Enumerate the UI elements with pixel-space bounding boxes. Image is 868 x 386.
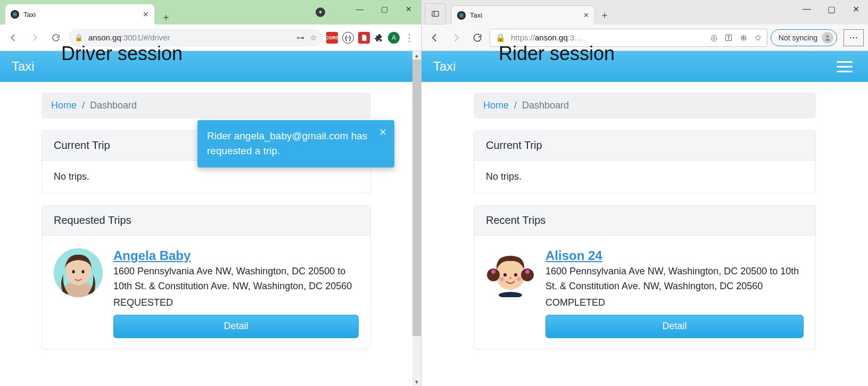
toast-notification: Rider angela_baby@gmail.com has requeste… bbox=[197, 120, 394, 167]
close-icon[interactable]: ✕ bbox=[583, 11, 589, 19]
sync-label: Not syncing bbox=[779, 33, 817, 42]
tab-title: Taxi bbox=[23, 11, 36, 19]
trip-item: Angela Baby 1600 Pennsylvania Ave NW, Wa… bbox=[54, 246, 359, 338]
new-tab-button[interactable]: ＋ bbox=[159, 10, 173, 24]
app-header: Taxi bbox=[421, 51, 868, 82]
lock-icon: 🔒 bbox=[495, 33, 506, 43]
svg-point-18 bbox=[499, 292, 522, 297]
app-brand[interactable]: Taxi bbox=[433, 59, 456, 74]
back-button[interactable] bbox=[426, 29, 444, 47]
key-icon[interactable]: ⊶ bbox=[296, 33, 304, 43]
extension-circle-icon[interactable]: {·} bbox=[342, 32, 354, 44]
edge-toolbar: 🔒 https://anson.gq:3… ◎ ⚿ ⊕ ✩ Not syncin… bbox=[421, 24, 868, 51]
close-icon[interactable]: ✕ bbox=[379, 125, 387, 139]
svg-point-24 bbox=[503, 273, 507, 276]
browser-tab[interactable]: Taxi ✕ bbox=[451, 5, 595, 24]
new-tab-button[interactable]: ＋ bbox=[595, 5, 614, 24]
card-title: Current Trip bbox=[474, 131, 815, 161]
breadcrumb-separator: / bbox=[82, 100, 85, 111]
breadcrumb-current: Dashboard bbox=[522, 100, 569, 111]
hamburger-icon[interactable] bbox=[833, 55, 856, 78]
requested-trips-card: Requested Trips bbox=[42, 205, 371, 349]
edge-tabstrip: Taxi ✕ ＋ — ▢ ✕ bbox=[421, 0, 868, 24]
window-maximize-button[interactable]: ▢ bbox=[372, 0, 396, 18]
profile-avatar bbox=[822, 32, 833, 44]
trip-address: 1600 Pennsylvania Ave NW, Washington, DC… bbox=[545, 264, 804, 294]
favorite-icon[interactable]: ✩ bbox=[755, 33, 762, 43]
window-minimize-button[interactable]: — bbox=[795, 0, 819, 18]
avatar bbox=[486, 248, 535, 297]
zoom-icon[interactable]: ⊕ bbox=[740, 33, 747, 43]
breadcrumb-home[interactable]: Home bbox=[51, 100, 77, 111]
breadcrumb-separator: / bbox=[514, 100, 517, 111]
trip-status: REQUESTED bbox=[113, 297, 359, 308]
location-icon[interactable]: ◎ bbox=[710, 33, 717, 43]
window-minimize-button[interactable]: — bbox=[348, 0, 372, 18]
detail-button[interactable]: Detail bbox=[113, 315, 359, 338]
reload-button[interactable] bbox=[468, 29, 486, 47]
profile-avatar[interactable]: A bbox=[388, 32, 400, 44]
svg-point-27 bbox=[517, 277, 521, 281]
sync-status[interactable]: Not syncing bbox=[771, 29, 837, 46]
extension-cors-icon[interactable]: CORS bbox=[326, 32, 338, 44]
scroll-up-icon[interactable]: ▲ bbox=[412, 51, 421, 60]
trip-address: 1600 Pennsylvania Ave NW, Washington, DC… bbox=[113, 264, 359, 294]
svg-point-19 bbox=[495, 260, 525, 290]
react-icon bbox=[11, 10, 19, 19]
tab-title: Taxi bbox=[470, 11, 482, 19]
svg-point-23 bbox=[525, 270, 530, 274]
browser-tab[interactable]: Taxi ✕ bbox=[5, 4, 154, 24]
menu-icon[interactable]: ⋮ bbox=[404, 32, 415, 44]
scroll-thumb[interactable] bbox=[412, 60, 421, 336]
svg-point-26 bbox=[500, 277, 504, 281]
empty-text: No trips. bbox=[54, 171, 89, 182]
shield-icon[interactable] bbox=[316, 7, 325, 17]
close-icon[interactable]: ✕ bbox=[143, 10, 149, 19]
app-brand[interactable]: Taxi bbox=[12, 59, 35, 74]
current-trip-card: Current Trip No trips. bbox=[474, 130, 816, 194]
svg-point-9 bbox=[72, 270, 75, 273]
window-close-button[interactable]: ✕ bbox=[844, 0, 868, 18]
extensions-icon[interactable] bbox=[374, 33, 384, 43]
toast-message: Rider angela_baby@gmail.com has requeste… bbox=[207, 130, 367, 156]
card-title: Recent Trips bbox=[474, 206, 815, 236]
star-icon[interactable]: ☆ bbox=[310, 33, 317, 43]
card-body: Alison 24 1600 Pennsylvania Ave NW, Wash… bbox=[474, 236, 815, 349]
url-text: anson.gq:3001/#/driver bbox=[88, 33, 170, 42]
session-label: Rider session bbox=[499, 43, 615, 65]
url-text: https://anson.gq:3… bbox=[511, 33, 582, 42]
forward-button[interactable] bbox=[26, 29, 44, 47]
back-button[interactable] bbox=[4, 29, 22, 47]
card-body: No trips. bbox=[474, 161, 815, 193]
forward-button[interactable] bbox=[447, 29, 465, 47]
window-close-button[interactable]: ✕ bbox=[396, 0, 421, 18]
scrollbar[interactable]: ▲ ▼ bbox=[412, 51, 421, 386]
detail-button[interactable]: Detail bbox=[545, 315, 804, 338]
window-maximize-button[interactable]: ▢ bbox=[819, 0, 844, 18]
svg-point-10 bbox=[82, 270, 85, 273]
card-title: Requested Trips bbox=[42, 206, 370, 236]
session-label: Driver session bbox=[61, 43, 183, 65]
svg-point-13 bbox=[461, 15, 462, 16]
svg-rect-11 bbox=[432, 11, 439, 16]
svg-point-17 bbox=[826, 35, 829, 38]
breadcrumb-home[interactable]: Home bbox=[483, 100, 509, 111]
card-body: Angela Baby 1600 Pennsylvania Ave NW, Wa… bbox=[42, 236, 370, 349]
tab-actions-button[interactable] bbox=[425, 3, 446, 24]
extension-pdf-icon[interactable] bbox=[358, 32, 370, 44]
trip-name-link[interactable]: Alison 24 bbox=[545, 248, 804, 263]
svg-point-0 bbox=[14, 14, 15, 15]
breadcrumb: Home / Dashboard bbox=[474, 93, 816, 119]
breadcrumb-current: Dashboard bbox=[90, 100, 137, 111]
recent-trips-card: Recent Trips bbox=[474, 205, 816, 349]
react-icon bbox=[457, 11, 466, 20]
chrome-tabstrip: Taxi ✕ ＋ — ▢ ✕ bbox=[0, 0, 421, 24]
svg-marker-4 bbox=[319, 11, 322, 14]
menu-icon[interactable]: ⋯ bbox=[844, 29, 864, 46]
lock-icon: 🔒 bbox=[75, 33, 83, 41]
trip-name-link[interactable]: Angela Baby bbox=[113, 248, 359, 263]
svg-point-28 bbox=[509, 277, 511, 279]
scroll-down-icon[interactable]: ▼ bbox=[412, 377, 421, 386]
key-icon[interactable]: ⚿ bbox=[725, 33, 733, 42]
trip-status: COMPLETED bbox=[545, 297, 804, 308]
